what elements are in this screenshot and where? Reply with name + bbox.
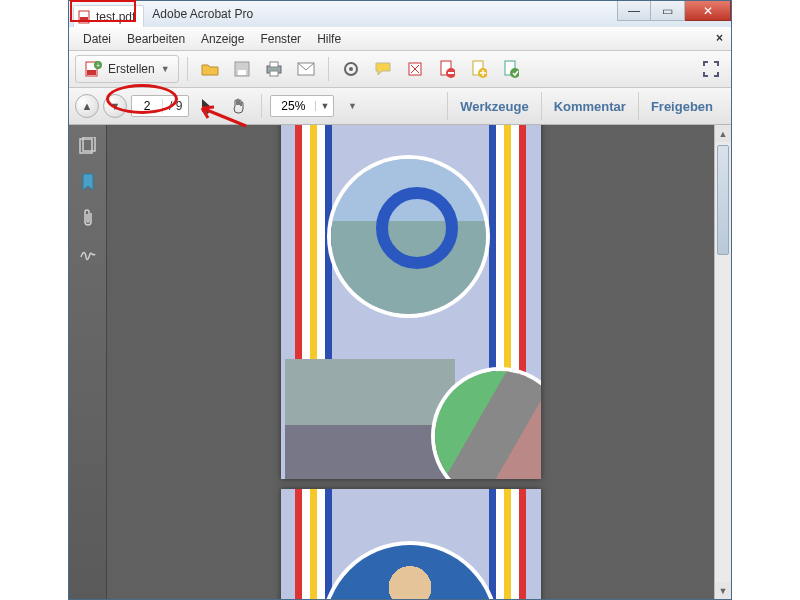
page-image (325, 545, 495, 599)
stamp-button[interactable] (401, 56, 429, 82)
svg-text:+: + (96, 62, 100, 69)
maximize-button[interactable]: ▭ (651, 1, 685, 21)
arrow-up-icon: ▲ (82, 100, 93, 112)
menu-hilfe[interactable]: Hilfe (309, 29, 349, 49)
menubar: Datei Bearbeiten Anzeige Fenster Hilfe × (69, 27, 731, 51)
page-image (285, 359, 455, 479)
svg-rect-10 (270, 71, 278, 76)
svg-point-13 (349, 67, 353, 71)
print-button[interactable] (260, 56, 288, 82)
page-thumbnails (281, 125, 541, 599)
titlebar: test.pdf Adobe Acrobat Pro — ▭ ✕ (69, 1, 731, 27)
content-area: ▲ ▼ (69, 125, 731, 599)
paperclip-icon (81, 209, 95, 227)
page-delete-icon (439, 60, 455, 78)
tools-panel-button[interactable]: Werkzeuge (447, 92, 540, 120)
menu-bearbeiten[interactable]: Bearbeiten (119, 29, 193, 49)
next-page-button[interactable]: ▼ (103, 94, 127, 118)
document-tab[interactable]: test.pdf (73, 5, 144, 27)
zoom-dropdown-button[interactable]: ▼ (315, 101, 333, 111)
chevron-down-icon: ▼ (161, 64, 170, 74)
scroll-up-button[interactable]: ▲ (715, 125, 731, 142)
svg-rect-1 (80, 17, 88, 22)
extract-button[interactable] (497, 56, 525, 82)
vertical-scrollbar[interactable]: ▲ ▼ (714, 125, 731, 599)
thumbnails-icon (79, 137, 97, 155)
menubar-close-button[interactable]: × (716, 31, 723, 45)
svg-rect-9 (270, 62, 278, 67)
menu-datei[interactable]: Datei (75, 29, 119, 49)
document-tab-label: test.pdf (96, 10, 135, 24)
speech-bubble-icon (375, 61, 391, 77)
zoom-menu-button[interactable]: ▼ (338, 93, 366, 119)
fullscreen-icon (703, 61, 719, 77)
comment-panel-button[interactable]: Kommentar (541, 92, 638, 120)
stamp-icon (407, 61, 423, 77)
hand-tool-button[interactable] (225, 93, 253, 119)
scroll-down-button[interactable]: ▼ (715, 582, 731, 599)
page-extract-icon (503, 60, 519, 78)
settings-button[interactable] (337, 56, 365, 82)
prev-page-button[interactable]: ▲ (75, 94, 99, 118)
toolbar-main: + Erstellen ▼ (69, 51, 731, 88)
signature-icon (79, 247, 97, 261)
create-button[interactable]: + Erstellen ▼ (75, 55, 179, 83)
page-total-label: / 9 (162, 99, 188, 113)
bookmarks-tab[interactable] (77, 171, 99, 193)
bookmark-icon (81, 173, 95, 191)
acrobat-window: test.pdf Adobe Acrobat Pro — ▭ ✕ Datei B… (68, 0, 732, 600)
document-view[interactable] (107, 125, 714, 599)
minimize-button[interactable]: — (617, 1, 651, 21)
pdf-page (281, 489, 541, 599)
navigation-pane (69, 125, 107, 599)
page-number-input[interactable] (132, 99, 162, 113)
pdf-icon (78, 10, 92, 24)
save-button[interactable] (228, 56, 256, 82)
app-title: Adobe Acrobat Pro (152, 7, 253, 21)
zoom-box: 25% ▼ (270, 95, 334, 117)
hand-icon (231, 98, 247, 114)
mail-button[interactable] (292, 56, 320, 82)
comment-tool-button[interactable] (369, 56, 397, 82)
mail-icon (297, 62, 315, 76)
svg-rect-7 (238, 70, 246, 75)
panel-buttons: Werkzeuge Kommentar Freigeben (447, 92, 725, 120)
scroll-thumb[interactable] (717, 145, 729, 255)
pdf-page (281, 125, 541, 479)
attachments-tab[interactable] (77, 207, 99, 229)
svg-rect-3 (87, 70, 96, 75)
window-controls: — ▭ ✕ (617, 1, 731, 21)
arrow-down-icon: ▼ (110, 100, 121, 112)
open-icon (201, 61, 219, 77)
separator (261, 94, 262, 118)
print-icon (265, 61, 283, 77)
close-button[interactable]: ✕ (685, 1, 731, 21)
create-button-label: Erstellen (108, 62, 155, 76)
toolbar-navigation: ▲ ▼ / 9 25% ▼ ▼ Werkzeuge Kommentar Frei… (69, 88, 731, 125)
zoom-value[interactable]: 25% (271, 99, 315, 113)
svg-rect-17 (448, 72, 454, 74)
fullscreen-button[interactable] (697, 56, 725, 82)
insert-page-button[interactable] (465, 56, 493, 82)
menu-fenster[interactable]: Fenster (252, 29, 309, 49)
page-add-icon (471, 60, 487, 78)
delete-page-button[interactable] (433, 56, 461, 82)
chevron-down-icon: ▼ (320, 101, 329, 111)
chevron-down-icon: ▼ (348, 101, 357, 111)
save-icon (234, 61, 250, 77)
select-tool-button[interactable] (193, 93, 221, 119)
thumbnails-tab[interactable] (77, 135, 99, 157)
create-pdf-icon: + (84, 60, 102, 78)
gear-icon (343, 61, 359, 77)
menu-anzeige[interactable]: Anzeige (193, 29, 252, 49)
cursor-icon (200, 98, 214, 114)
share-panel-button[interactable]: Freigeben (638, 92, 725, 120)
open-button[interactable] (196, 56, 224, 82)
separator (328, 57, 329, 81)
signatures-tab[interactable] (77, 243, 99, 265)
separator (187, 57, 188, 81)
page-number-box: / 9 (131, 95, 189, 117)
page-image (331, 159, 486, 314)
